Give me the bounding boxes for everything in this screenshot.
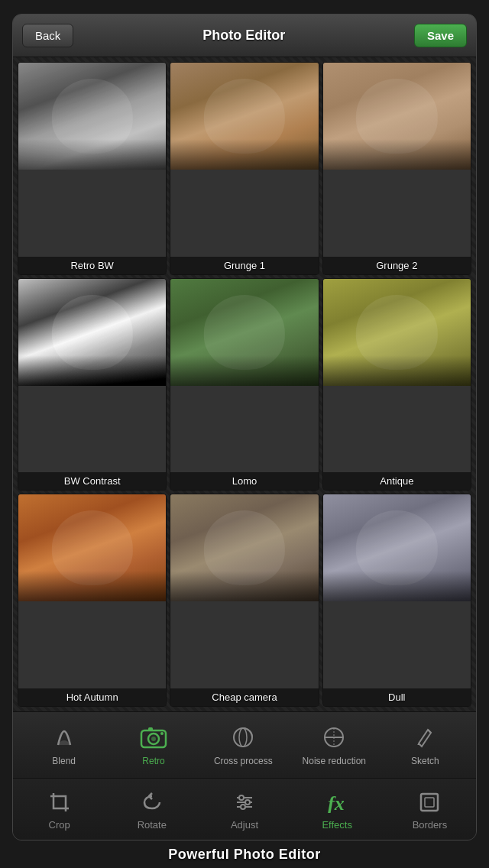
svg-point-13 — [245, 800, 250, 805]
svg-rect-16 — [421, 794, 438, 811]
svg-point-2 — [151, 737, 156, 741]
tab-label-adjust: Adjust — [231, 819, 258, 831]
footer: Powerful Photo Editor — [168, 840, 321, 868]
photo-thumb-antique — [323, 279, 471, 386]
tab-icon-rotate — [138, 789, 166, 816]
effect-item-sketch[interactable]: Sketch — [394, 724, 455, 766]
save-button[interactable]: Save — [414, 24, 467, 47]
tab-label-borders: Borders — [413, 819, 448, 831]
photo-label-lomo: Lomo — [170, 472, 318, 490]
photo-thumb-grunge2 — [323, 63, 471, 170]
photo-label-cheap-camera: Cheap camera — [170, 688, 318, 706]
photo-cell-bw-contrast[interactable]: BW Contrast — [18, 278, 167, 491]
photo-cell-hot-autumn[interactable]: Hot Autumn — [18, 494, 167, 707]
effect-icon-blend — [49, 724, 79, 751]
effects-toolbar: Blend Retro Cross process Noise reductio… — [13, 711, 476, 779]
tab-icon-effects: fx — [323, 789, 351, 816]
photo-label-bw-contrast: BW Contrast — [18, 472, 166, 490]
photo-thumb-bw-contrast — [18, 279, 166, 386]
photo-cell-grunge2[interactable]: Grunge 2 — [322, 62, 471, 275]
photo-label-grunge1: Grunge 1 — [170, 257, 318, 274]
photo-label-hot-autumn: Hot Autumn — [18, 688, 166, 706]
photo-grid: Retro BWGrunge 1Grunge 2BW ContrastLomoA… — [13, 57, 476, 711]
effect-label-blend: Blend — [52, 756, 76, 766]
tab-item-adjust[interactable]: Adjust — [198, 782, 290, 837]
effect-label-noise-reduction: Noise reduction — [303, 756, 366, 766]
back-button[interactable]: Back — [22, 24, 73, 47]
effect-item-retro[interactable]: Retro — [123, 724, 184, 766]
tab-label-effects: Effects — [322, 819, 352, 831]
photo-thumb-retro-bw — [18, 63, 166, 170]
effect-icon-noise-reduction — [319, 724, 349, 751]
svg-point-6 — [239, 728, 247, 747]
svg-rect-17 — [425, 798, 434, 807]
tab-item-crop[interactable]: Crop — [13, 782, 105, 837]
bottom-tabs: Crop Rotate Adjust fx Effects Borders — [13, 779, 476, 840]
effect-icon-retro — [138, 724, 169, 751]
effect-label-sketch: Sketch — [411, 756, 439, 766]
photo-label-grunge2: Grunge 2 — [323, 257, 471, 274]
photo-cell-dull[interactable]: Dull — [322, 494, 471, 707]
svg-point-12 — [239, 795, 244, 800]
photo-cell-grunge1[interactable]: Grunge 1 — [170, 62, 319, 275]
header: Back Photo Editor Save — [13, 15, 476, 57]
photo-thumb-grunge1 — [170, 63, 318, 170]
photo-cell-lomo[interactable]: Lomo — [170, 278, 319, 491]
svg-rect-8 — [53, 796, 66, 808]
photo-thumb-lomo — [170, 279, 318, 386]
svg-rect-3 — [148, 727, 153, 731]
photo-label-retro-bw: Retro BW — [18, 257, 166, 274]
tab-icon-crop — [46, 789, 73, 816]
svg-point-14 — [241, 805, 245, 809]
photo-thumb-hot-autumn — [18, 494, 166, 601]
tab-item-effects[interactable]: fx Effects — [291, 782, 384, 837]
effect-icon-cross-process — [228, 724, 258, 751]
effect-label-retro: Retro — [142, 756, 164, 766]
svg-point-4 — [160, 732, 164, 735]
photo-label-dull: Dull — [323, 688, 471, 706]
effect-item-noise-reduction[interactable]: Noise reduction — [303, 724, 366, 766]
tab-item-rotate[interactable]: Rotate — [105, 782, 198, 837]
photo-cell-antique[interactable]: Antique — [322, 278, 471, 491]
photo-cell-cheap-camera[interactable]: Cheap camera — [170, 494, 319, 707]
svg-text:fx: fx — [328, 792, 345, 813]
tab-icon-borders — [416, 789, 443, 816]
photo-cell-retro-bw[interactable]: Retro BW — [18, 62, 167, 275]
effect-icon-sketch — [410, 724, 440, 751]
tab-icon-adjust — [231, 789, 258, 816]
tab-label-rotate: Rotate — [138, 819, 167, 831]
app-container: Back Photo Editor Save Retro BWGrunge 1G… — [12, 14, 477, 840]
header-title: Photo Editor — [202, 28, 285, 44]
tab-label-crop: Crop — [49, 819, 70, 831]
photo-thumb-cheap-camera — [170, 494, 318, 601]
effect-label-cross-process: Cross process — [214, 756, 273, 766]
footer-title: Powerful Photo Editor — [168, 847, 321, 863]
photo-thumb-dull — [323, 494, 471, 601]
effect-item-blend[interactable]: Blend — [34, 724, 95, 766]
effect-item-cross-process[interactable]: Cross process — [212, 724, 274, 766]
tab-item-borders[interactable]: Borders — [384, 782, 476, 837]
photo-label-antique: Antique — [323, 472, 471, 490]
